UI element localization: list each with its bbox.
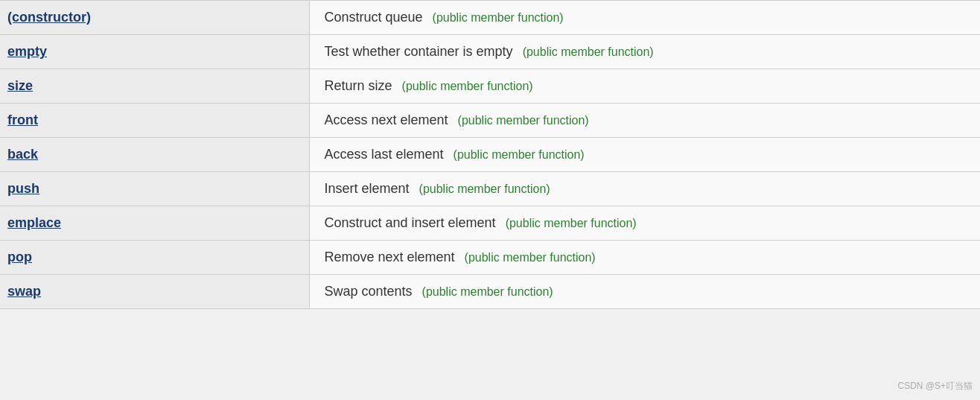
function-desc-cell: Test whether container is empty (public … (309, 35, 980, 69)
watermark: CSDN @S+叮当猫 (897, 380, 973, 393)
desc-main-text: Swap contents (325, 284, 416, 299)
desc-main-text: Return size (325, 78, 396, 93)
table-row: swapSwap contents (public member functio… (0, 275, 980, 309)
function-name-cell: (constructor) (0, 1, 309, 35)
desc-tag-text: (public member function) (523, 45, 654, 58)
table-row: backAccess last element (public member f… (0, 138, 980, 172)
table-row: frontAccess next element (public member … (0, 104, 980, 138)
desc-tag-text: (public member function) (422, 285, 553, 298)
function-name-cell: front (0, 104, 309, 138)
reference-table: (constructor)Construct queue (public mem… (0, 0, 980, 309)
desc-main-text: Insert element (325, 181, 413, 196)
func-link-front[interactable]: front (7, 112, 38, 127)
function-desc-cell: Return size (public member function) (309, 69, 980, 104)
function-name-cell: size (0, 69, 309, 104)
desc-tag-text: (public member function) (419, 182, 550, 195)
function-name-cell: pop (0, 241, 309, 275)
desc-tag-text: (public member function) (402, 80, 533, 92)
desc-tag-text: (public member function) (506, 217, 637, 229)
table-row: pushInsert element (public member functi… (0, 172, 980, 206)
function-name-cell: emplace (0, 206, 309, 241)
function-name-cell: back (0, 138, 309, 172)
function-desc-cell: Construct queue (public member function) (309, 1, 980, 35)
table-row: popRemove next element (public member fu… (0, 241, 980, 275)
function-desc-cell: Insert element (public member function) (309, 172, 980, 206)
func-link-emplace[interactable]: emplace (7, 215, 61, 230)
function-desc-cell: Access last element (public member funct… (309, 138, 980, 172)
function-desc-cell: Construct and insert element (public mem… (309, 206, 980, 241)
function-desc-cell: Access next element (public member funct… (309, 104, 980, 138)
desc-tag-text: (public member function) (465, 251, 596, 264)
func-link-swap[interactable]: swap (7, 284, 41, 299)
table-row: (constructor)Construct queue (public mem… (0, 1, 980, 35)
function-name-cell: swap (0, 275, 309, 309)
desc-tag-text: (public member function) (433, 11, 564, 24)
desc-main-text: Construct and insert element (325, 215, 500, 230)
table-row: sizeReturn size (public member function) (0, 69, 980, 104)
desc-main-text: Test whether container is empty (325, 44, 517, 59)
function-desc-cell: Swap contents (public member function) (309, 275, 980, 309)
func-link-empty[interactable]: empty (7, 44, 47, 59)
function-name-cell: empty (0, 35, 309, 69)
func-link-pop[interactable]: pop (7, 250, 32, 264)
func-link-back[interactable]: back (7, 147, 38, 162)
func-link-size[interactable]: size (7, 78, 33, 93)
desc-tag-text: (public member function) (458, 114, 589, 127)
desc-main-text: Construct queue (325, 10, 427, 25)
func-link-push[interactable]: push (7, 181, 39, 196)
desc-tag-text: (public member function) (454, 148, 585, 161)
table-row: emptyTest whether container is empty (pu… (0, 35, 980, 69)
desc-main-text: Access next element (325, 112, 452, 127)
desc-main-text: Access last element (325, 147, 448, 162)
function-name-cell: push (0, 172, 309, 206)
func-link-constructor[interactable]: (constructor) (7, 10, 91, 25)
table-row: emplaceConstruct and insert element (pub… (0, 206, 980, 241)
desc-main-text: Remove next element (325, 250, 459, 264)
function-desc-cell: Remove next element (public member funct… (309, 241, 980, 275)
